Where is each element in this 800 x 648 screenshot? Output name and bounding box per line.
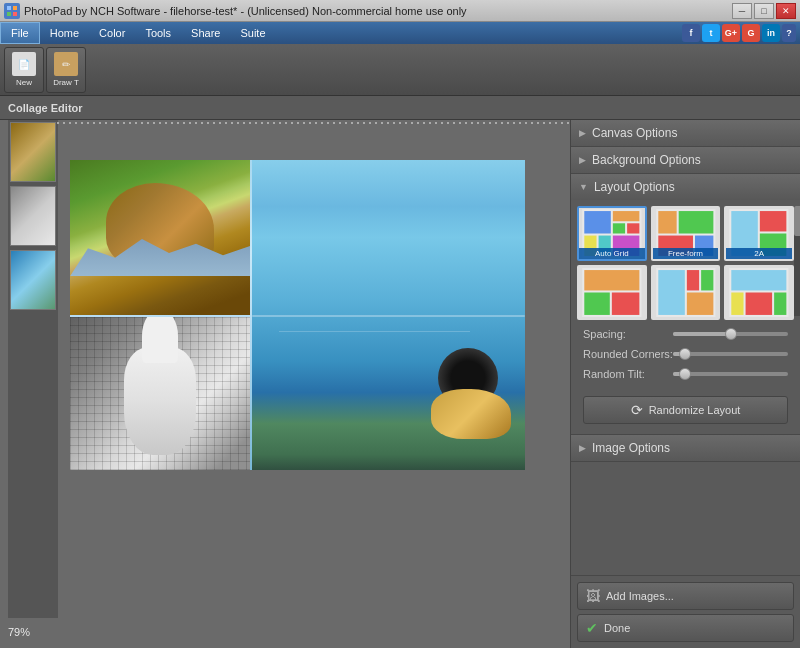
layout-thumb-4[interactable] bbox=[577, 265, 647, 320]
free-form-label: Free-form bbox=[653, 248, 719, 259]
image-options-header[interactable]: ▶ Image Options bbox=[571, 435, 800, 461]
title-bar-controls: ─ □ ✕ bbox=[732, 3, 796, 19]
google2-btn[interactable]: G bbox=[742, 24, 760, 42]
title-bar: PhotoPad by NCH Software - filehorse-tes… bbox=[0, 0, 800, 22]
rounded-corners-handle[interactable] bbox=[679, 348, 691, 360]
svg-rect-28 bbox=[701, 270, 713, 290]
layout-thumb-free-form[interactable]: Free-form bbox=[651, 206, 721, 261]
photo-strip bbox=[8, 120, 58, 618]
canvas-options-header[interactable]: ▶ Canvas Options bbox=[571, 120, 800, 146]
title-bar-left: PhotoPad by NCH Software - filehorse-tes… bbox=[4, 3, 467, 19]
bottom-buttons: 🖼 Add Images... ✔ Done bbox=[571, 575, 800, 648]
random-tilt-handle[interactable] bbox=[679, 368, 691, 380]
random-tilt-row: Random Tilt: bbox=[583, 368, 788, 380]
right-panel: ▶ Canvas Options ▶ Background Options ▼ … bbox=[570, 120, 800, 648]
spacing-label: Spacing: bbox=[583, 328, 673, 340]
collage-canvas[interactable] bbox=[70, 160, 525, 470]
spacing-handle[interactable] bbox=[725, 328, 737, 340]
twitter-btn[interactable]: t bbox=[702, 24, 720, 42]
image-options-section: ▶ Image Options bbox=[571, 435, 800, 462]
svg-rect-33 bbox=[746, 293, 773, 315]
facebook-btn[interactable]: f bbox=[682, 24, 700, 42]
menu-share[interactable]: Share bbox=[181, 22, 230, 44]
done-label: Done bbox=[604, 622, 630, 634]
sliders-section: Spacing: Rounded Corners: bbox=[577, 324, 794, 392]
background-options-arrow: ▶ bbox=[579, 155, 586, 165]
photo-thumb-3[interactable] bbox=[10, 250, 56, 310]
svg-rect-14 bbox=[678, 211, 713, 233]
random-tilt-label: Random Tilt: bbox=[583, 368, 673, 380]
zoom-indicator: 79% bbox=[8, 626, 30, 638]
google-btn[interactable]: G+ bbox=[722, 24, 740, 42]
rounded-corners-label: Rounded Corners: bbox=[583, 348, 673, 360]
layout-options-arrow: ▼ bbox=[579, 182, 588, 192]
close-button[interactable]: ✕ bbox=[776, 3, 796, 19]
done-button[interactable]: ✔ Done bbox=[577, 614, 794, 642]
randomize-icon: ⟳ bbox=[631, 402, 643, 418]
menu-tools[interactable]: Tools bbox=[135, 22, 181, 44]
done-icon: ✔ bbox=[586, 620, 598, 636]
svg-rect-22 bbox=[584, 270, 639, 290]
draw-icon: ✏ bbox=[54, 52, 78, 76]
svg-rect-5 bbox=[584, 211, 611, 233]
layout-thumb-6[interactable] bbox=[724, 265, 794, 320]
layout-options-header[interactable]: ▼ Layout Options bbox=[571, 174, 800, 200]
help-btn[interactable]: ? bbox=[782, 24, 796, 42]
svg-rect-8 bbox=[627, 223, 639, 233]
svg-rect-19 bbox=[760, 211, 787, 231]
svg-rect-7 bbox=[613, 223, 625, 233]
menu-home[interactable]: Home bbox=[40, 22, 89, 44]
layout-options-title: Layout Options bbox=[594, 180, 675, 194]
canvas-options-section: ▶ Canvas Options bbox=[571, 120, 800, 147]
toolbar-draw-btn[interactable]: ✏ Draw T bbox=[46, 47, 86, 93]
menu-bar: File Home Color Tools Share Suite f t G+… bbox=[0, 22, 800, 44]
layout-options-section: ▼ Layout Options bbox=[571, 174, 800, 435]
svg-rect-3 bbox=[13, 12, 17, 16]
minimize-button[interactable]: ─ bbox=[732, 3, 752, 19]
sub-toolbar-label: Collage Editor bbox=[8, 102, 83, 114]
menu-file[interactable]: File bbox=[0, 22, 40, 44]
layout-thumb-auto-grid[interactable]: Auto Grid bbox=[577, 206, 647, 261]
svg-rect-6 bbox=[613, 211, 640, 221]
menu-color[interactable]: Color bbox=[89, 22, 135, 44]
sea-photo bbox=[252, 160, 525, 470]
spacing-slider[interactable] bbox=[673, 332, 788, 336]
svg-rect-29 bbox=[687, 293, 714, 315]
rabbit-photo bbox=[70, 317, 250, 470]
title-text: PhotoPad by NCH Software - filehorse-tes… bbox=[24, 5, 467, 17]
image-options-title: Image Options bbox=[592, 441, 670, 455]
layout-thumb-2a[interactable]: 2A bbox=[724, 206, 794, 261]
svg-rect-27 bbox=[687, 270, 699, 290]
background-options-header[interactable]: ▶ Background Options bbox=[571, 147, 800, 173]
add-images-button[interactable]: 🖼 Add Images... bbox=[577, 582, 794, 610]
photo-thumb-2[interactable] bbox=[10, 186, 56, 246]
toolbar-new-btn[interactable]: 📄 New bbox=[4, 47, 44, 93]
svg-rect-26 bbox=[658, 270, 685, 315]
linkedin-btn[interactable]: in bbox=[762, 24, 780, 42]
layout-scrollbar[interactable] bbox=[794, 206, 800, 316]
panel-spacer bbox=[571, 462, 800, 575]
svg-rect-0 bbox=[7, 6, 11, 10]
randomize-layout-button[interactable]: ⟳ Randomize Layout bbox=[583, 396, 788, 424]
svg-rect-24 bbox=[612, 293, 640, 315]
rounded-corners-slider[interactable] bbox=[673, 352, 788, 356]
auto-grid-label: Auto Grid bbox=[579, 248, 645, 259]
menu-suite[interactable]: Suite bbox=[230, 22, 275, 44]
svg-rect-32 bbox=[732, 293, 744, 315]
dots-border bbox=[55, 120, 570, 126]
layout-thumbnails: Auto Grid Free-form bbox=[577, 206, 794, 320]
svg-rect-1 bbox=[13, 6, 17, 10]
app-icon bbox=[4, 3, 20, 19]
new-icon: 📄 bbox=[12, 52, 36, 76]
canvas-options-title: Canvas Options bbox=[592, 126, 677, 140]
photo-thumb-1[interactable] bbox=[10, 122, 56, 182]
random-tilt-slider[interactable] bbox=[673, 372, 788, 376]
svg-rect-23 bbox=[584, 293, 610, 315]
svg-rect-2 bbox=[7, 12, 11, 16]
svg-rect-34 bbox=[774, 293, 786, 315]
canvas-area: 79% bbox=[0, 120, 570, 648]
spacing-fill bbox=[673, 332, 731, 336]
horse-photo bbox=[70, 160, 250, 315]
maximize-button[interactable]: □ bbox=[754, 3, 774, 19]
layout-thumb-5[interactable] bbox=[651, 265, 721, 320]
